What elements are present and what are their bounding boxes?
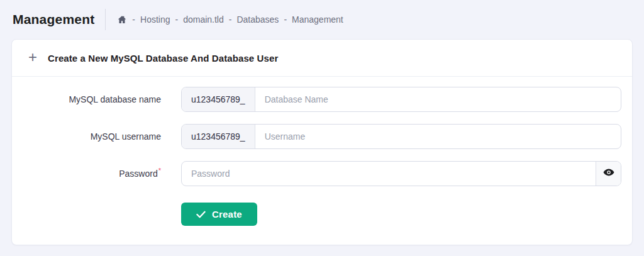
submit-row: Create (181, 203, 632, 226)
page-title: Management (13, 12, 94, 27)
database-name-label: MySQL database name (12, 94, 161, 104)
database-name-prefix: u123456789_ (182, 87, 255, 111)
password-label-text: Password (119, 169, 157, 179)
breadcrumb-separator: - (284, 14, 287, 25)
breadcrumb-item-management: Management (292, 14, 343, 25)
username-prefix: u123456789_ (182, 125, 255, 148)
database-name-row: MySQL database name u123456789_ (12, 87, 632, 112)
checkmark-icon (196, 211, 206, 218)
username-row: MySQL username u123456789_ (12, 124, 632, 149)
breadcrumb-separator: - (132, 14, 135, 25)
title-breadcrumb-divider (105, 9, 106, 30)
eye-icon (602, 166, 615, 181)
password-visibility-toggle[interactable] (596, 162, 621, 186)
password-label: Password* (12, 169, 161, 179)
database-name-input[interactable] (255, 87, 621, 111)
create-database-card: + Create a New MySQL Database And Databa… (11, 39, 633, 245)
breadcrumb-separator: - (229, 14, 232, 25)
breadcrumb-item-domain[interactable]: domain.tld (183, 14, 224, 25)
card-header[interactable]: + Create a New MySQL Database And Databa… (12, 40, 632, 77)
create-database-form: MySQL database name u123456789_ MySQL us… (12, 77, 632, 226)
breadcrumb-item-hosting[interactable]: Hosting (140, 14, 170, 25)
breadcrumb-separator: - (175, 14, 179, 25)
top-bar: Management - Hosting - domain.tld - Data… (0, 0, 644, 39)
username-input-group: u123456789_ (181, 124, 621, 149)
breadcrumb-item-databases[interactable]: Databases (236, 14, 279, 25)
username-input[interactable] (255, 125, 621, 148)
breadcrumb: - Hosting - domain.tld - Databases - Man… (117, 14, 343, 25)
create-button[interactable]: Create (181, 203, 257, 226)
database-name-input-group: u123456789_ (181, 87, 621, 112)
required-asterisk: * (158, 167, 161, 174)
password-input-group (181, 161, 621, 186)
card-title: Create a New MySQL Database And Database… (48, 53, 278, 64)
plus-icon: + (28, 50, 37, 65)
home-icon[interactable] (117, 14, 127, 25)
username-label: MySQL username (12, 131, 161, 142)
create-button-label: Create (212, 209, 242, 220)
password-row: Password* (12, 161, 632, 186)
password-input[interactable] (182, 162, 596, 186)
